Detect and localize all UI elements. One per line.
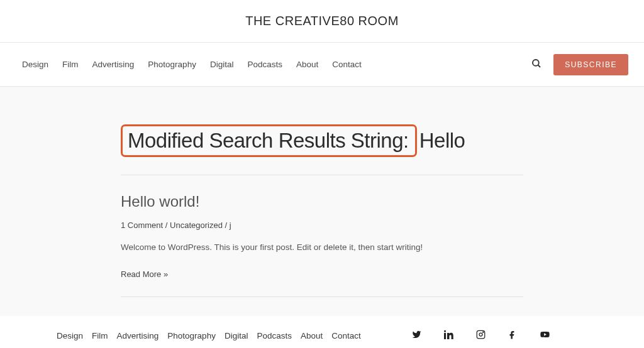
instagram-icon[interactable] — [476, 330, 486, 342]
nav-link-about[interactable]: About — [296, 60, 318, 69]
read-more-link[interactable]: Read More » — [121, 269, 168, 296]
post-title[interactable]: Hello world! — [121, 193, 523, 210]
youtube-icon[interactable] — [540, 330, 550, 342]
site-title[interactable]: THE CREATIVE80 ROOM — [0, 14, 644, 28]
post-item: Hello world! 1 Comment / Uncategorized /… — [121, 193, 523, 297]
site-header: THE CREATIVE80 ROOM — [0, 0, 644, 43]
search-icon[interactable] — [531, 58, 542, 72]
search-prefix-highlight: Modified Search Results String: — [121, 124, 417, 157]
social-icons — [412, 330, 619, 342]
search-results-heading: Modified Search Results String:Hello — [121, 124, 523, 175]
footer-link-contact[interactable]: Contact — [331, 331, 361, 340]
svg-point-3 — [479, 333, 482, 336]
post-comments-link[interactable]: 1 Comment — [121, 220, 163, 230]
nav-link-advertising[interactable]: Advertising — [92, 60, 135, 69]
nav-link-contact[interactable]: Contact — [332, 60, 362, 69]
subscribe-button[interactable]: SUBSCRIBE — [553, 54, 628, 75]
post-excerpt: Welcome to WordPress. This is your first… — [121, 242, 523, 252]
nav-menu: Design Film Advertising Photography Digi… — [22, 60, 531, 69]
nav-right: SUBSCRIBE — [531, 54, 628, 75]
twitter-icon[interactable] — [412, 330, 421, 342]
nav-link-photography[interactable]: Photography — [148, 60, 196, 69]
footer-link-advertising[interactable]: Advertising — [117, 331, 159, 340]
meta-sep: / — [223, 220, 230, 230]
footer-nav: Design Film Advertising Photography Digi… — [57, 331, 412, 340]
search-term: Hello — [419, 129, 465, 152]
nav-link-film[interactable]: Film — [62, 60, 79, 69]
nav-link-digital[interactable]: Digital — [210, 60, 234, 69]
footer-link-design[interactable]: Design — [57, 331, 83, 340]
footer-link-photography[interactable]: Photography — [167, 331, 216, 340]
footer-link-digital[interactable]: Digital — [225, 331, 248, 340]
nav-link-podcasts[interactable]: Podcasts — [247, 60, 282, 69]
facebook-icon[interactable] — [508, 330, 518, 342]
site-footer: Design Film Advertising Photography Digi… — [0, 316, 644, 342]
footer-link-podcasts[interactable]: Podcasts — [257, 331, 292, 340]
linkedin-icon[interactable] — [444, 330, 453, 342]
svg-point-0 — [533, 60, 539, 66]
footer-link-film[interactable]: Film — [92, 331, 108, 340]
nav-link-design[interactable]: Design — [22, 60, 48, 69]
meta-sep: / — [163, 220, 170, 230]
post-meta: 1 Comment / Uncategorized / j — [121, 220, 523, 230]
primary-navbar: Design Film Advertising Photography Digi… — [0, 43, 644, 87]
svg-line-1 — [538, 65, 541, 67]
content-area: Modified Search Results String:Hello Hel… — [0, 87, 644, 316]
svg-point-4 — [483, 332, 484, 332]
post-category-link[interactable]: Uncategorized — [170, 220, 223, 230]
post-author-link[interactable]: j — [230, 220, 231, 230]
footer-link-about[interactable]: About — [301, 331, 323, 340]
